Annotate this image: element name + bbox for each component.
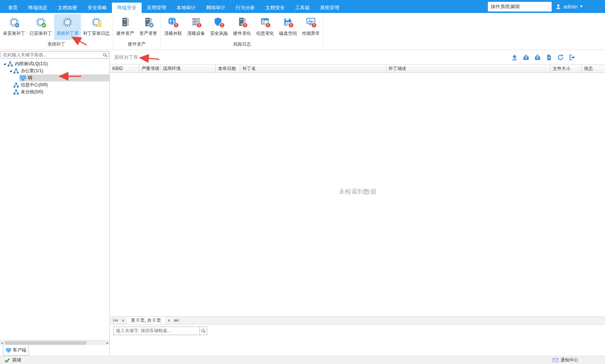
- horizontal-scrollbar[interactable]: ◂ ▸: [0, 340, 109, 345]
- button-disk-space[interactable]: 磁盘空间: [277, 14, 300, 40]
- ribbon-group-label: 系统补丁: [1, 40, 112, 50]
- scroll-left-icon[interactable]: ◂: [0, 340, 4, 345]
- illegal-outreach-icon: [167, 16, 179, 29]
- column-header-severity[interactable]: 严重等级: [139, 64, 161, 73]
- button-label: 信息变化: [256, 30, 274, 37]
- button-hardware-change[interactable]: 硬件变化: [231, 14, 254, 40]
- column-header-environment[interactable]: 适用环境: [161, 64, 216, 73]
- tree-filter-input[interactable]: [1, 52, 102, 58]
- task-check-icon[interactable]: [546, 54, 552, 61]
- button-label: 违规设备: [187, 30, 205, 37]
- tab-terminal-info[interactable]: 终端信息: [23, 3, 53, 13]
- notification-center[interactable]: 通知中心: [553, 357, 601, 363]
- tree-node-label: 办公室(1/1): [21, 68, 43, 74]
- expander-icon[interactable]: [2, 62, 7, 66]
- disk-space-icon: [282, 16, 294, 29]
- button-label: 硬件资产: [116, 30, 134, 37]
- tree-node-office[interactable]: 办公室(1/1): [0, 67, 109, 74]
- org-icon: [13, 69, 19, 74]
- performance-abnormal-icon: [305, 16, 317, 29]
- tab-doc-encryption[interactable]: 文档加密: [53, 3, 82, 13]
- button-label: 安全风险: [210, 30, 228, 37]
- last-page-icon[interactable]: [173, 318, 179, 323]
- tab-system-management[interactable]: 系统管理: [315, 3, 344, 13]
- tab-local-audit[interactable]: 本地审计: [171, 3, 201, 13]
- status-bar: 就绪 通知中心: [0, 356, 605, 364]
- tree-node-info-center[interactable]: 信息中心(0/0): [0, 81, 109, 89]
- envelope-icon: [553, 358, 558, 362]
- exit-icon[interactable]: [569, 54, 575, 61]
- toolbox-export-icon[interactable]: [534, 54, 541, 61]
- search-icon[interactable]: [199, 327, 207, 335]
- table-body: 未检索到数据: [110, 73, 605, 316]
- tab-client-label: 客户端: [13, 347, 26, 353]
- tab-behavior-analysis[interactable]: 行为分析: [231, 3, 260, 13]
- ribbon-toolbar: 未安装补丁 已安装补丁 系统补丁库: [0, 13, 605, 50]
- upload-icon[interactable]: [511, 54, 518, 61]
- info-change-icon: [259, 16, 271, 29]
- button-installed-patches[interactable]: 已安装补丁: [27, 14, 54, 40]
- tab-network-audit[interactable]: 网络审计: [201, 3, 231, 13]
- computer-icon: [6, 348, 11, 353]
- column-header-kbid[interactable]: KBID: [110, 64, 139, 73]
- first-page-icon[interactable]: [112, 318, 118, 323]
- empty-state-text: 未检索到数据: [110, 187, 605, 196]
- refresh-icon[interactable]: [557, 54, 564, 61]
- scroll-right-icon[interactable]: ▸: [106, 340, 109, 345]
- column-header-patch-name[interactable]: 补丁名: [240, 64, 386, 73]
- button-uninstalled-patches[interactable]: 未安装补丁: [1, 14, 27, 40]
- column-header-file-size[interactable]: 文件大小: [551, 64, 582, 73]
- hardware-change-icon: [236, 16, 248, 29]
- expander-icon[interactable]: [8, 69, 13, 73]
- button-label: 资产变更: [139, 30, 157, 37]
- search-icon[interactable]: [102, 53, 108, 57]
- button-security-risk[interactable]: 安全风险: [208, 14, 231, 40]
- prev-page-icon[interactable]: [120, 318, 126, 323]
- tab-app-management[interactable]: 应用管理: [142, 3, 171, 13]
- button-performance-abnormal[interactable]: 性能异常: [300, 14, 323, 40]
- button-hardware-asset[interactable]: 硬件资产: [114, 14, 137, 40]
- scrollbar-thumb[interactable]: [4, 341, 87, 345]
- tree-filter: [1, 51, 109, 59]
- tab-toolbox[interactable]: 工具箱: [290, 3, 315, 13]
- tree-node-root[interactable]: 内部测试LQ(1/1): [0, 60, 109, 67]
- tree-node-label: 内部测试LQ(1/1): [15, 61, 48, 67]
- chevron-down-icon: [580, 6, 583, 8]
- button-label: 已安装补丁: [30, 30, 52, 37]
- button-illegal-outreach[interactable]: 违规外联: [162, 14, 185, 40]
- tab-home[interactable]: 首页: [3, 3, 23, 13]
- tab-doc-security[interactable]: 文档安全: [260, 3, 290, 13]
- notification-label: 通知中心: [561, 357, 578, 363]
- tree-node-label: 未分组(0/0): [21, 89, 43, 95]
- tab-endpoint-security[interactable]: 终端安全: [112, 3, 142, 13]
- button-label: 硬件变化: [233, 30, 251, 37]
- security-risk-icon: [213, 16, 225, 29]
- page-indicator: 第 0 页, 共 0 页: [127, 317, 165, 324]
- button-asset-change[interactable]: 资产变更: [137, 14, 160, 40]
- button-info-change[interactable]: 信息变化: [254, 14, 277, 40]
- tab-client[interactable]: 客户端: [3, 345, 29, 355]
- button-illegal-device[interactable]: 违规设备: [185, 14, 208, 40]
- tree-node-terminal[interactable]: 晴: [0, 74, 109, 81]
- tree-node-ungrouped[interactable]: 未分组(0/0): [0, 89, 109, 96]
- button-system-patch-library[interactable]: 系统补丁库: [54, 14, 81, 40]
- toolbox-import-icon[interactable]: [523, 54, 529, 61]
- button-label: 磁盘空间: [279, 30, 297, 37]
- global-search-input[interactable]: [488, 2, 552, 11]
- patch-library-icon: [61, 16, 74, 29]
- button-label: 性能异常: [302, 30, 320, 37]
- ribbon-group-label: 硬件资产: [114, 40, 160, 50]
- main-nav-tabs: 首页 终端信息 文档加密 安全策略 终端安全 应用管理 本地审计 网络审计 行为…: [0, 0, 344, 13]
- ribbon-group-hardware-asset: 硬件资产 资产变更 硬件资产: [113, 13, 161, 50]
- column-header-patch-desc[interactable]: 补丁描述: [386, 64, 551, 73]
- table-search-input[interactable]: [114, 327, 199, 335]
- next-page-icon[interactable]: [166, 318, 172, 323]
- tab-security-policy[interactable]: 安全策略: [82, 3, 112, 13]
- user-menu[interactable]: admin: [555, 4, 583, 10]
- button-patch-install-log[interactable]: 补丁安装日志: [81, 14, 112, 40]
- table-search-row: [110, 325, 605, 337]
- column-header-status[interactable]: 状态: [582, 64, 605, 73]
- patch-log-icon: [90, 16, 103, 29]
- computer-icon: [20, 76, 26, 81]
- column-header-release-date[interactable]: 发布日期: [216, 64, 240, 73]
